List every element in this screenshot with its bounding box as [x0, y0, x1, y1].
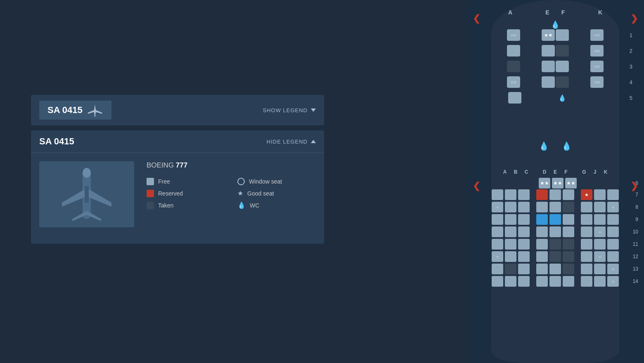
seat-5a[interactable] — [508, 92, 521, 104]
next-arrow-mid[interactable]: ❯ — [630, 181, 638, 191]
seat-14c[interactable] — [518, 276, 530, 287]
seat-2k[interactable]: ○ — [590, 45, 604, 57]
seat-8e[interactable] — [549, 202, 561, 212]
seat-8j[interactable] — [594, 202, 606, 212]
seat-9b[interactable] — [505, 214, 516, 225]
seat-2a[interactable] — [507, 45, 520, 57]
seat-13f[interactable] — [563, 264, 574, 274]
seat-3e[interactable] — [542, 61, 555, 72]
seat-11k[interactable] — [607, 239, 619, 250]
seat-8a[interactable]: ○ — [492, 202, 503, 212]
seat-7c[interactable] — [518, 189, 530, 200]
seat-13b[interactable] — [505, 264, 516, 274]
show-legend-toggle[interactable]: SHOW LEGEND — [263, 107, 316, 113]
seat-9e[interactable] — [549, 214, 561, 225]
seat-9j[interactable] — [594, 214, 606, 225]
seat-13g[interactable] — [581, 264, 592, 274]
seat-11d[interactable] — [536, 239, 548, 250]
seat-4k[interactable]: ○ — [590, 76, 604, 88]
seat-12b[interactable] — [505, 251, 516, 262]
seat-8b[interactable] — [505, 202, 516, 212]
seat-11j[interactable] — [594, 239, 606, 250]
seat-7f[interactable] — [563, 189, 574, 200]
seat-11b[interactable] — [505, 239, 516, 250]
seat-13k[interactable]: ○ — [607, 264, 619, 274]
prev-arrow-mid[interactable]: ❮ — [473, 181, 480, 191]
seat-2e[interactable] — [542, 45, 555, 57]
seat-1a[interactable]: ○ — [507, 29, 520, 41]
wc-icon: 💧 — [237, 201, 246, 209]
seat-4a[interactable]: ○ — [507, 76, 520, 88]
seat-12e[interactable] — [549, 251, 561, 262]
seat-8d[interactable] — [536, 202, 548, 212]
seat-14a[interactable] — [492, 276, 503, 287]
seat-7b[interactable] — [505, 189, 516, 200]
seat-3a[interactable] — [507, 61, 520, 72]
seat-14e[interactable] — [549, 276, 561, 287]
seat-9a[interactable] — [492, 214, 503, 225]
seat-9f[interactable] — [563, 214, 574, 225]
seat-13e[interactable] — [549, 264, 561, 274]
seat-7a[interactable] — [492, 189, 503, 200]
seat-6f[interactable]: ★ — [565, 178, 577, 189]
hide-legend-toggle[interactable]: HIDE LEGEND — [267, 139, 316, 145]
seat-8k[interactable]: ○ — [607, 202, 619, 212]
seat-10b[interactable] — [505, 226, 516, 237]
seat-6d[interactable]: ★ — [539, 178, 550, 189]
seat-12g[interactable] — [581, 251, 592, 262]
seat-1k[interactable]: ○ — [590, 29, 604, 41]
seat-10f[interactable] — [563, 226, 574, 237]
seat-12f[interactable] — [563, 251, 574, 262]
seat-1f[interactable] — [556, 29, 569, 41]
seat-8f[interactable] — [563, 202, 574, 212]
seat-12d[interactable] — [536, 251, 548, 262]
seat-14f[interactable] — [563, 276, 574, 287]
seat-9k[interactable] — [607, 214, 619, 225]
seat-12c[interactable] — [518, 251, 530, 262]
seat-9d[interactable] — [536, 214, 548, 225]
seat-11g[interactable] — [581, 239, 592, 250]
seat-14g[interactable] — [581, 276, 592, 287]
next-arrow-top[interactable]: ❯ — [630, 13, 638, 24]
seat-11f[interactable] — [563, 239, 574, 250]
seat-6e[interactable]: ★ — [552, 178, 564, 189]
seat-12j[interactable]: ○ — [594, 251, 606, 262]
seat-11c[interactable] — [518, 239, 530, 250]
seat-7e[interactable] — [549, 189, 561, 200]
seat-9c[interactable] — [518, 214, 530, 225]
seat-10d[interactable] — [536, 226, 548, 237]
seat-8c[interactable] — [518, 202, 530, 212]
seat-13c[interactable] — [518, 264, 530, 274]
seat-10a[interactable] — [492, 226, 503, 237]
seat-7k[interactable] — [607, 189, 619, 200]
seat-11a[interactable] — [492, 239, 503, 250]
seat-7j[interactable] — [594, 189, 606, 200]
seat-10c[interactable] — [518, 226, 530, 237]
seat-3k[interactable]: ○ — [590, 61, 604, 72]
seat-7g[interactable]: ★ — [581, 189, 592, 200]
seat-14k[interactable]: ○ — [607, 276, 619, 287]
seat-13j[interactable] — [594, 264, 606, 274]
seat-12k[interactable] — [607, 251, 619, 262]
seat-8g[interactable] — [581, 202, 592, 212]
seat-2f[interactable] — [556, 45, 569, 57]
seat-13d[interactable] — [536, 264, 548, 274]
seat-13a[interactable] — [492, 264, 503, 274]
seat-9g[interactable] — [581, 214, 592, 225]
seat-11e[interactable] — [549, 239, 561, 250]
seat-10g[interactable] — [581, 226, 592, 237]
seat-14d[interactable] — [536, 276, 548, 287]
seat-10j[interactable]: ○ — [594, 226, 606, 237]
seat-7d[interactable] — [536, 189, 548, 200]
seat-3f[interactable] — [556, 61, 569, 72]
seat-4f[interactable] — [556, 76, 569, 88]
seat-4e[interactable] — [542, 76, 555, 88]
seat-14j[interactable] — [594, 276, 606, 287]
seat-10e[interactable] — [549, 226, 561, 237]
col-c-eco: C — [521, 169, 532, 175]
seat-12a[interactable]: ○ — [492, 251, 503, 262]
seat-14b[interactable] — [505, 276, 516, 287]
seat-1e[interactable]: ★ — [542, 29, 555, 41]
seat-10k[interactable] — [607, 226, 619, 237]
prev-arrow-top[interactable]: ❮ — [473, 13, 480, 24]
